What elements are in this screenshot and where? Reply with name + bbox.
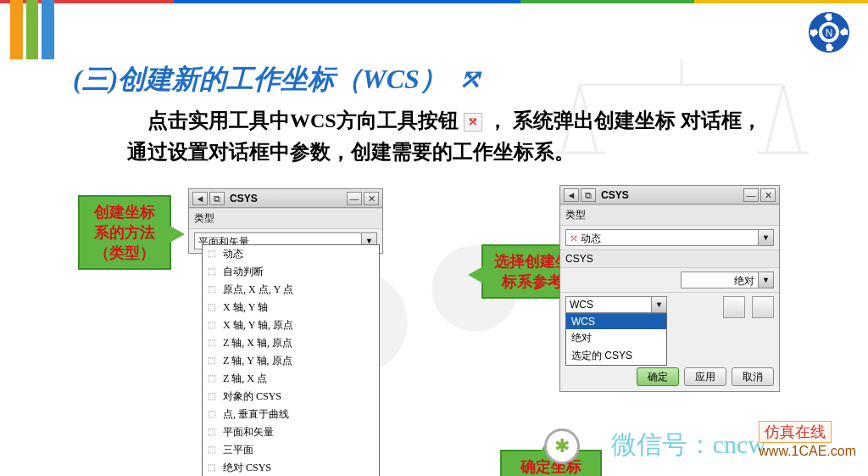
dialog2-titlebar[interactable]: ◄ ⧉ CSYS — ✕ [560,186,779,204]
section2-type-label: 类型 [560,204,779,226]
wechat-icon: ✱ [544,428,580,464]
back-icon[interactable]: ◄ [564,188,579,202]
wcs-dropdown-list[interactable]: WCS绝对选定的 CSYS [565,313,667,366]
type-option[interactable]: ⬚平面和矢量 [203,423,379,441]
type-option[interactable]: ⬚Z 轴, Y 轴, 原点 [203,352,379,370]
pin-icon[interactable]: ⧉ [581,188,596,202]
wcs-tool-icon-inline: ⤱ [464,113,482,132]
ref-combo[interactable]: 绝对 ▼ [681,272,774,288]
svg-text:N: N [826,27,833,39]
minimize-icon[interactable]: — [743,188,759,202]
type-option[interactable]: ⬚动态 [203,245,379,263]
chevron-down-icon[interactable]: ▼ [651,297,666,312]
csys-dialog-right: ◄ ⧉ CSYS — ✕ 类型 ⤱ 动态 ▼ CSYS 绝对 ▼ WCS ▼ W… [559,185,780,392]
brand-watermark: 仿真在线 www.1CAE.com [759,422,856,459]
wcs-combo[interactable]: WCS ▼ [565,296,667,313]
cancel-button[interactable]: 取消 [732,367,774,386]
apply-button[interactable]: 应用 [684,367,726,386]
type-option[interactable]: ⬚三平面 [203,441,379,459]
wcs-option[interactable]: 绝对 [566,329,666,347]
back-icon[interactable]: ◄ [192,192,208,205]
side-accent-bars [10,0,54,59]
type-dropdown-list[interactable]: ⬚动态⬚自动判断⬚原点, X 点, Y 点⬚X 轴, Y 轴⬚X 轴, Y 轴,… [202,244,380,476]
chevron-down-icon[interactable]: ▼ [758,272,773,288]
ref-combo-value: 绝对 [682,272,758,288]
type2-value: 动态 [581,232,601,244]
close-icon[interactable]: ✕ [760,188,776,202]
dialog-titlebar[interactable]: ◄ ⧉ CSYS — ✕ [189,189,382,208]
gear-logo-icon: N [805,8,853,56]
csys-axis-icon[interactable] [752,296,774,318]
type-option[interactable]: ⬚X 轴, Y 轴 [203,299,379,316]
slide-title: (三)创建新的工作坐标（WCS） ⤱ [73,61,481,98]
type-option[interactable]: ⬚绝对 CSYS [203,459,379,476]
type2-combo[interactable]: ⤱ 动态 ▼ [565,229,774,246]
dialog2-title-text: CSYS [598,189,632,201]
wcs-option[interactable]: 选定的 CSYS [566,347,666,365]
slide-body: 点击实用工具中WCS方向工具按钮 ⤱ ， 系统弹出创建坐标 对话框，通过设置对话… [127,105,771,168]
pin-icon[interactable]: ⧉ [209,192,225,205]
section-ref-label: CSYS [560,249,779,268]
type-option[interactable]: ⬚Z 轴, X 轴, 原点 [203,334,379,352]
close-icon[interactable]: ✕ [364,192,379,205]
callout-type-method: 创建坐标 系的方法 （类型） [78,195,171,270]
top-accent-bar [0,0,868,3]
wcs-tool-icon: ⤱ [459,64,481,94]
type-option[interactable]: ⬚Z 轴, X 点 [203,370,379,388]
dialog-title-text: CSYS [226,193,261,204]
ok-button[interactable]: 确定 [637,367,679,386]
dialog-button-row: 确定 应用 取消 [560,362,779,391]
chevron-down-icon[interactable]: ▼ [758,230,773,245]
type-option[interactable]: ⬚自动判断 [203,263,379,281]
wechat-watermark: 微信号：cncw [611,428,766,462]
type-option[interactable]: ⬚X 轴, Y 轴, 原点 [203,316,379,334]
minimize-icon[interactable]: — [347,192,362,205]
type-option[interactable]: ⬚点, 垂直于曲线 [203,406,379,423]
wcs-option[interactable]: WCS [566,314,666,329]
csys-dialog-icon[interactable] [723,296,745,318]
type-option[interactable]: ⬚对象的 CSYS [203,388,379,406]
type-option[interactable]: ⬚原点, X 点, Y 点 [203,281,379,299]
section-type-label: 类型 [189,208,382,229]
wcs-combo-value: WCS [566,297,651,312]
